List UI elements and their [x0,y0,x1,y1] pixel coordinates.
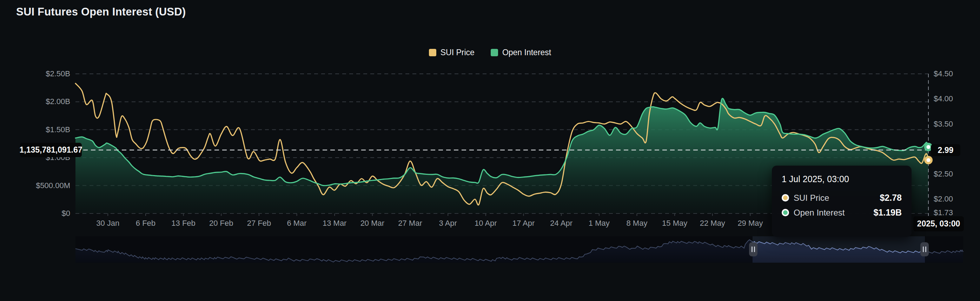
tooltip-title: 1 Jul 2025, 03:00 [782,174,902,184]
tooltip-row-sui-price: SUI Price $2.78 [782,193,902,203]
tooltip: 1 Jul 2025, 03:00 SUI Price $2.78 Open I… [772,166,912,237]
price-open-interest-chart[interactable] [0,0,980,301]
navigator-mini-chart[interactable] [75,236,963,263]
left-axis-tick-label: $2.50B [14,69,70,78]
crosshair-date-badge: 2025, 03:00 [913,216,964,231]
legend-label: Open Interest [502,48,551,57]
right-axis-tick-label: $3.50 [934,120,953,129]
legend: SUI Price Open Interest [0,48,980,57]
right-axis-tick-label: $4.50 [934,69,953,78]
left-axis-tick-label: $1.50B [14,125,70,134]
crosshair-open-interest-value-badge: 1,135,781,091.67 [20,143,82,157]
left-axis-tick-label: $0 [14,209,70,218]
legend-item-sui-price[interactable]: SUI Price [429,48,474,57]
tooltip-row-open-interest: Open Interest $1.19B [782,208,902,218]
open-interest-dot-icon [782,209,789,216]
navigator-left-handle-icon[interactable] [749,242,757,256]
right-axis-tick-label: $2.00 [934,194,953,203]
page-title: SUI Futures Open Interest (USD) [16,6,186,18]
legend-label: SUI Price [441,48,474,57]
tooltip-row-value: $1.19B [873,208,902,218]
chart-panel: SUI Futures Open Interest (USD) SUI Pric… [0,0,980,301]
navigator-right-handle-icon[interactable] [920,242,929,256]
tooltip-row-label: SUI Price [794,193,875,203]
sui-price-dot-icon [782,194,789,202]
left-axis-tick-label: $2.00B [14,97,70,106]
open-interest-swatch-icon [491,49,498,56]
right-axis-tick-label: $2.50 [934,170,953,179]
legend-item-open-interest[interactable]: Open Interest [491,48,551,57]
tooltip-row-label: Open Interest [794,208,869,218]
tooltip-row-value: $2.78 [880,193,902,203]
x-axis-tick-label: 29 May [725,219,775,228]
sui-price-swatch-icon [429,49,436,56]
x-axis-tick-marks [108,213,750,216]
left-axis-tick-label: $500.00M [14,181,70,190]
crosshair-price-value-badge: 2.99 [931,144,960,156]
right-axis-tick-label: $4.00 [934,94,953,103]
